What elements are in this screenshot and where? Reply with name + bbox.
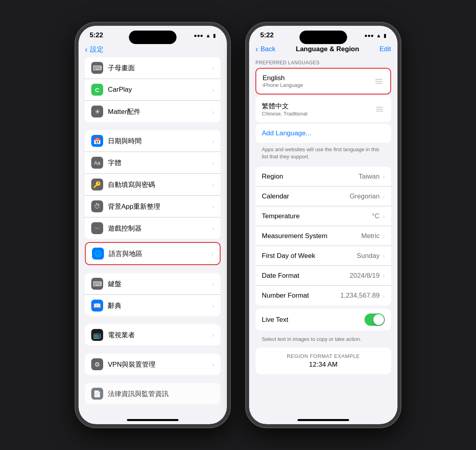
datetime-icon: 📅 <box>91 135 103 147</box>
english-language-highlight: English iPhone Language <box>255 68 391 94</box>
bottom-title: 法律資訊與監管資訊 <box>108 389 169 398</box>
toggle-thumb <box>373 314 384 325</box>
settings-group-4: 📺 電視業者 › <box>85 324 221 346</box>
dynamic-island-left <box>129 31 177 44</box>
autofill-title: 自動填寫與密碼 <box>108 180 211 189</box>
language-icon: 🌐 <box>92 248 104 260</box>
font-title: 字體 <box>108 158 211 167</box>
language-title: 語言與地區 <box>109 249 210 258</box>
list-item-matter[interactable]: ✳ Matter配件 › <box>85 101 221 122</box>
tv-icon: 📺 <box>91 329 103 341</box>
preferred-languages-header: PREFERRED LANGUAGES <box>255 60 391 65</box>
datetime-chevron: › <box>212 138 214 144</box>
autofill-icon: 🔑 <box>91 179 103 190</box>
calendar-row[interactable]: Calendar Gregorian › <box>255 187 391 206</box>
dateformat-row[interactable]: Date Format 2024/8/19 › <box>255 266 391 286</box>
list-item-datetime[interactable]: 📅 日期與時間 › <box>85 130 221 152</box>
nav-back-left[interactable]: ‹ 設定 <box>85 45 104 54</box>
keyboard2-title: 鍵盤 <box>108 279 211 288</box>
phone-left-screen: 5:22 ●●● ▲ ▮ ‹ 設定 ⌨ 子母畫面 <box>79 26 227 424</box>
add-language-button[interactable]: Add Language... <box>255 124 391 143</box>
english-language-item[interactable]: English iPhone Language <box>256 69 390 94</box>
keyboard2-chevron: › <box>212 281 214 287</box>
region-format-title: Region Format Example <box>262 353 385 359</box>
firstday-row[interactable]: First Day of Week Sunday › <box>255 246 391 266</box>
list-item-font[interactable]: Aa 字體 › <box>85 152 221 174</box>
english-text: English iPhone Language <box>263 74 374 88</box>
status-time-left: 5:22 <box>90 31 103 39</box>
nav-edit-button[interactable]: Edit <box>380 45 391 53</box>
battery-icon-left: ▮ <box>213 33 216 38</box>
status-time-right: 5:22 <box>260 31 274 39</box>
region-chevron: › <box>383 173 385 180</box>
gamecontroller-title: 遊戲控制器 <box>108 224 211 233</box>
phone-right-screen: 5:22 ●●● ▲ ▮ ‹ Back Language & Region Ed… <box>249 26 397 424</box>
matter-icon: ✳ <box>91 106 103 117</box>
dateformat-chevron: › <box>383 272 385 279</box>
chinese-subtitle: Chinese, Traditional <box>262 111 374 117</box>
bgrefresh-chevron: › <box>212 203 214 210</box>
numberformat-row[interactable]: Number Format 1,234,567.89 › <box>255 286 391 306</box>
font-chevron: › <box>212 160 214 166</box>
phone-right: 5:22 ●●● ▲ ▮ ‹ Back Language & Region Ed… <box>246 23 401 427</box>
measurement-value: Metric <box>361 232 380 240</box>
numberformat-value: 1,234,567.89 <box>340 292 380 300</box>
chinese-drag-handle[interactable] <box>374 105 385 113</box>
measurement-row[interactable]: Measurement System Metric › <box>255 226 391 246</box>
region-row[interactable]: Region Taiwan › <box>255 167 391 187</box>
list-item-language[interactable]: 🌐 語言與地區 › <box>86 243 220 264</box>
region-format-example: Region Format Example 12:34 AM <box>255 348 391 374</box>
nav-back-chevron-right: ‹ <box>255 44 258 54</box>
list-item-gamecontroller[interactable]: 🎮 遊戲控制器 › <box>85 217 221 239</box>
dictionary-chevron: › <box>212 302 214 309</box>
keyboard-text: 子母畫面 <box>108 63 211 73</box>
wifi-icon-left: ▲ <box>205 33 211 38</box>
calendar-value: Gregorian <box>349 192 380 200</box>
list-item-tv[interactable]: 📺 電視業者 › <box>85 324 221 346</box>
keyboard2-text: 鍵盤 <box>108 279 211 288</box>
calendar-chevron: › <box>383 193 385 200</box>
vpn-title: VPN與裝置管理 <box>108 360 211 369</box>
language-region-content: PREFERRED LANGUAGES English iPhone Langu… <box>249 57 397 412</box>
language-chevron: › <box>211 250 213 257</box>
dictionary-text: 辭典 <box>108 301 211 310</box>
dateformat-label: Date Format <box>262 272 349 280</box>
temperature-chevron: › <box>383 213 385 219</box>
firstday-value: Sunday <box>357 252 380 260</box>
english-subtitle: iPhone Language <box>263 82 374 88</box>
bgrefresh-title: 背景App重新整理 <box>108 202 211 211</box>
chinese-language-item[interactable]: 繁體中文 Chinese, Traditional <box>255 96 391 122</box>
keyboard2-icon: ⌨ <box>91 278 103 290</box>
matter-title: Matter配件 <box>108 107 211 116</box>
firstday-label: First Day of Week <box>262 252 357 260</box>
live-text-row[interactable]: Live Text <box>255 309 391 331</box>
status-icons-left: ●●● ▲ ▮ <box>194 33 216 38</box>
list-item-bgrefresh[interactable]: ⏱ 背景App重新整理 › <box>85 196 221 217</box>
temperature-row[interactable]: Temperature °C › <box>255 206 391 226</box>
bottom-item: 📄 法律資訊與監管資訊 <box>85 383 221 404</box>
font-text: 字體 <box>108 158 211 167</box>
dateformat-value: 2024/8/19 <box>349 272 380 280</box>
list-item-autofill[interactable]: 🔑 自動填寫與密碼 › <box>85 174 221 196</box>
autofill-text: 自動填寫與密碼 <box>108 180 211 189</box>
tv-chevron: › <box>212 332 214 338</box>
nav-back-label-right: Back <box>261 45 276 53</box>
live-text-toggle[interactable] <box>365 313 385 326</box>
nav-back-right[interactable]: ‹ Back <box>255 45 275 54</box>
chinese-title: 繁體中文 <box>262 102 374 111</box>
signal-icon-right: ●●● <box>365 33 374 38</box>
list-item-dictionary[interactable]: 📖 辭典 › <box>85 295 221 316</box>
carplay-text: CarPlay <box>108 86 211 94</box>
dynamic-island-right <box>299 31 347 44</box>
list-item-keyboard2[interactable]: ⌨ 鍵盤 › <box>85 273 221 295</box>
list-item-carplay[interactable]: C CarPlay › <box>85 79 221 101</box>
measurement-label: Measurement System <box>262 232 361 240</box>
bottom-bar-left <box>127 419 178 421</box>
list-item-keyboard[interactable]: ⌨ 子母畫面 › <box>85 57 221 79</box>
list-item-vpn[interactable]: ⚙ VPN與裝置管理 › <box>85 354 221 375</box>
autofill-chevron: › <box>212 181 214 188</box>
settings-group-2: 📅 日期與時間 › Aa 字體 › 🔑 自動填寫與密碼 <box>85 130 221 239</box>
dictionary-title: 辭典 <box>108 301 211 310</box>
region-format-value: 12:34 AM <box>262 361 385 369</box>
english-drag-handle[interactable] <box>374 77 384 85</box>
